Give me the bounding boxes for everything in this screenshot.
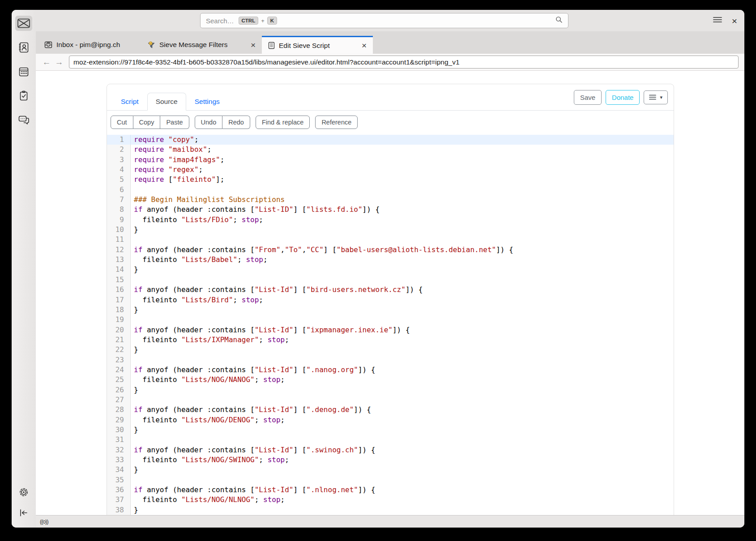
code-line[interactable]: 12if anyof (header :contains ["From","To… xyxy=(107,245,674,255)
settings-gear-button[interactable] xyxy=(15,485,32,500)
code-text: fileinto "Lists/Bird"; stop; xyxy=(131,295,263,305)
code-line[interactable]: 15 xyxy=(107,275,674,285)
space-calendar-button[interactable] xyxy=(15,64,32,79)
code-line[interactable]: 27 xyxy=(107,395,674,405)
code-line[interactable]: 9 fileinto "Lists/FDio"; stop; xyxy=(107,215,674,225)
code-line[interactable]: 36if anyof (header :contains ["List-Id"]… xyxy=(107,485,674,495)
line-number: 30 xyxy=(107,425,131,435)
code-line[interactable]: 30} xyxy=(107,425,674,435)
tab-close-button[interactable]: × xyxy=(362,41,367,50)
code-line[interactable]: 1require "copy"; xyxy=(107,135,674,145)
line-number: 14 xyxy=(107,265,131,275)
tab-settings[interactable]: Settings xyxy=(186,93,228,111)
code-line[interactable]: 17 fileinto "Lists/Bird"; stop; xyxy=(107,295,674,305)
line-number: 36 xyxy=(107,485,131,495)
redo-button[interactable]: Redo xyxy=(222,116,250,129)
code-line[interactable]: 18} xyxy=(107,305,674,315)
tab-script[interactable]: Script xyxy=(112,93,147,111)
code-line[interactable]: 7### Begin Mailinglist Subscriptions xyxy=(107,195,674,205)
code-text: if anyof (header :contains ["List-Id"] [… xyxy=(131,325,410,335)
editor-menu-button[interactable]: ▾ xyxy=(644,90,668,104)
code-line[interactable]: 10} xyxy=(107,225,674,235)
inbox-icon xyxy=(44,41,52,48)
code-line[interactable]: 11 xyxy=(107,235,674,245)
code-line[interactable]: 5require ["fileinto"]; xyxy=(107,175,674,185)
code-line[interactable]: 33 fileinto "Lists/NOG/SWINOG"; stop; xyxy=(107,455,674,465)
space-tasks-button[interactable] xyxy=(15,88,32,103)
space-mail-button[interactable] xyxy=(15,16,32,31)
line-number: 21 xyxy=(107,335,131,345)
code-line[interactable]: 37 fileinto "Lists/NOG/NLNOG"; stop; xyxy=(107,495,674,505)
url-input[interactable]: moz-extension://971f8c4e-9352-4bf1-b605-… xyxy=(69,56,739,69)
line-number: 29 xyxy=(107,415,131,425)
line-number: 17 xyxy=(107,295,131,305)
line-number: 2 xyxy=(107,145,131,155)
code-line[interactable]: 13 fileinto "Lists/Babel"; stop; xyxy=(107,255,674,265)
tab-sieve-filters[interactable]: Sieve Message Filters × xyxy=(141,36,262,54)
code-text: fileinto "Lists/FDio"; stop; xyxy=(131,215,263,225)
code-line[interactable]: 24if anyof (header :contains ["List-Id"]… xyxy=(107,365,674,375)
code-line[interactable]: 3require "imap4flags"; xyxy=(107,155,674,165)
ctrl-keycap: CTRL xyxy=(239,17,259,25)
cut-button[interactable]: Cut xyxy=(111,116,133,129)
main-area: Search… CTRL + K × xyxy=(36,10,744,528)
reference-button[interactable]: Reference xyxy=(315,116,358,129)
line-number: 6 xyxy=(107,185,131,195)
code-line[interactable]: 25 fileinto "Lists/NOG/NANOG"; stop; xyxy=(107,375,674,385)
document-icon xyxy=(268,42,275,49)
tab-label: Sieve Message Filters xyxy=(159,41,227,49)
line-number: 31 xyxy=(107,435,131,445)
code-line[interactable]: 21 fileinto "Lists/IXPManager"; stop; xyxy=(107,335,674,345)
code-line[interactable]: 22} xyxy=(107,345,674,355)
code-line[interactable]: 23 xyxy=(107,355,674,365)
tab-source[interactable]: Source xyxy=(147,93,186,111)
undo-button[interactable]: Undo xyxy=(195,116,223,129)
code-line[interactable]: 19 xyxy=(107,315,674,325)
code-line[interactable]: 34} xyxy=(107,465,674,475)
app-menu-button[interactable] xyxy=(713,17,722,25)
code-line[interactable]: 29 fileinto "Lists/NOG/DENOG"; stop; xyxy=(107,415,674,425)
tab-inbox[interactable]: Inbox - pim@ipng.ch xyxy=(38,36,141,54)
calendar-icon xyxy=(18,66,30,77)
tab-close-button[interactable]: × xyxy=(251,41,256,49)
code-text: } xyxy=(131,305,138,315)
code-line[interactable]: 2require "mailbox"; xyxy=(107,145,674,155)
space-addressbook-button[interactable] xyxy=(15,40,32,55)
line-number: 8 xyxy=(107,205,131,215)
paste-button[interactable]: Paste xyxy=(160,116,189,129)
code-editor[interactable]: 1require "copy";2require "mailbox";3requ… xyxy=(107,133,674,515)
code-line[interactable]: 31 xyxy=(107,435,674,445)
code-line[interactable]: 14} xyxy=(107,265,674,275)
collapse-spaces-button[interactable] xyxy=(15,505,32,520)
tab-bar: Inbox - pim@ipng.ch Sieve Message Filter… xyxy=(36,31,744,54)
window-close-button[interactable]: × xyxy=(732,16,737,26)
code-line[interactable]: 26} xyxy=(107,385,674,395)
code-line[interactable]: 28if anyof (header :contains ["List-Id"]… xyxy=(107,405,674,415)
code-line[interactable]: 8if anyof (header :contains ["List-ID"] … xyxy=(107,205,674,215)
line-number: 38 xyxy=(107,505,131,515)
code-line[interactable]: 20if anyof (header :contains ["List-Id"]… xyxy=(107,325,674,335)
donate-button[interactable]: Donate xyxy=(606,90,640,105)
code-line[interactable]: 6 xyxy=(107,185,674,195)
unified-toolbar: Search… CTRL + K × xyxy=(36,10,744,31)
code-line[interactable]: 35 xyxy=(107,475,674,485)
code-text: fileinto "Lists/NOG/DENOG"; stop; xyxy=(131,415,285,425)
global-search-input[interactable]: Search… CTRL + K xyxy=(200,13,568,28)
find-replace-button[interactable]: Find & replace xyxy=(256,116,310,129)
code-text: require "regex"; xyxy=(131,165,203,175)
code-line[interactable]: 32if anyof (header :contains ["List-Id"]… xyxy=(107,445,674,455)
copy-button[interactable]: Copy xyxy=(133,116,161,129)
code-text xyxy=(131,475,134,485)
code-line[interactable]: 16if anyof (header :contains ["List-Id"]… xyxy=(107,285,674,295)
tab-edit-sieve-script[interactable]: Edit Sieve Script × xyxy=(262,36,373,54)
filter-icon xyxy=(147,41,155,49)
editor-card-header: Script Source Settings Save Donate ▾ xyxy=(107,84,674,111)
back-button[interactable]: ← xyxy=(40,57,53,67)
code-line[interactable]: 38} xyxy=(107,505,674,515)
forward-button[interactable]: → xyxy=(53,57,65,67)
save-button[interactable]: Save xyxy=(574,90,602,105)
code-text: } xyxy=(131,505,138,515)
space-chat-button[interactable] xyxy=(15,112,32,128)
editor-page: Script Source Settings Save Donate ▾ xyxy=(36,71,744,515)
code-line[interactable]: 4require "regex"; xyxy=(107,165,674,175)
